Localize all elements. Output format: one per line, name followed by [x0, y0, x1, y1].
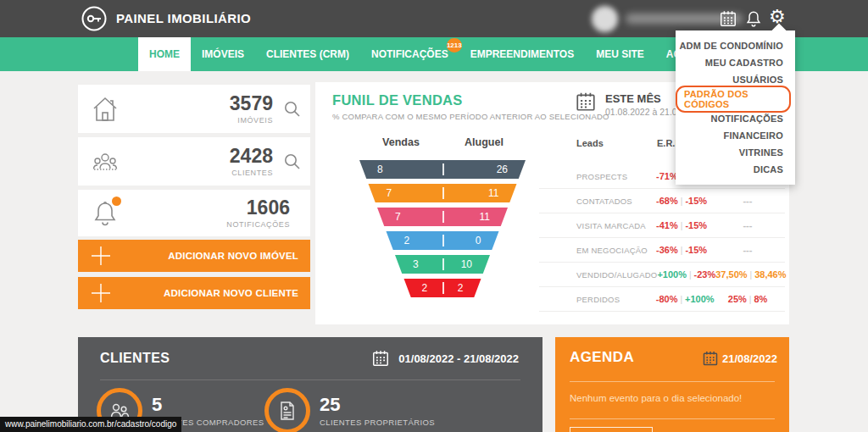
funnel-aluguel-value: 0: [476, 235, 526, 246]
nav-item-meu-site[interactable]: MEU SITE: [585, 37, 655, 71]
menu-item-notifica-es[interactable]: NOTIFICAÇÕES: [676, 110, 795, 127]
bell-icon[interactable]: [744, 9, 763, 28]
menu-item-label: VITRINES: [739, 147, 783, 158]
summary-card-clientes[interactable]: 2428CLIENTES: [78, 137, 310, 186]
funnel-aluguel-value: 26: [497, 163, 526, 175]
menu-item-meu-cadastro[interactable]: MEU CADASTRO: [676, 54, 795, 71]
stat-separator: |: [677, 295, 685, 304]
menu-item-label: MEU CADASTRO: [705, 58, 783, 68]
divider: [100, 379, 520, 380]
clients-panel-title: CLIENTES: [100, 351, 170, 366]
stat-erp-value: +100%: [685, 294, 710, 304]
nav-item-label: IMÓVEIS: [202, 48, 244, 60]
menu-item-label: FINANCEIRO: [724, 130, 783, 141]
funnel-divider: [442, 235, 444, 246]
funnel-divider: [442, 163, 444, 175]
stat-erp-value: -15%: [685, 220, 709, 230]
stat-row-visita-marcada: VISITA MARCADA-41%|-15%---: [539, 213, 785, 238]
clients-date-range-picker[interactable]: 01/08/2022 - 21/08/2022: [371, 349, 519, 368]
stat-extra-1: 25%: [728, 294, 747, 304]
calendar-icon[interactable]: [575, 91, 597, 113]
button-adicionar-novo-im-vel[interactable]: ADICIONAR NOVO IMÓVEL: [78, 240, 310, 272]
funnel-col-aluguel: Aluguel: [442, 136, 526, 148]
menu-item-dicas[interactable]: DICAS: [676, 161, 795, 178]
funnel-row-0: 826: [359, 160, 526, 179]
stat-extra-values: 25%|8%: [710, 294, 785, 304]
stat-row-contatados: CONTATADOS-68%|-15%---: [539, 189, 785, 213]
search-icon[interactable]: [283, 152, 302, 171]
contract-icon: [264, 388, 310, 432]
bell-icon: [90, 198, 120, 229]
period-date-range[interactable]: 01.08.2022 à 21.08.: [605, 107, 684, 117]
card-value-block: 3579IMÓVEIS: [230, 94, 273, 125]
house-icon: [90, 94, 120, 125]
stat-leads-value: +100%: [657, 269, 687, 280]
calendar-icon: [371, 349, 390, 368]
nav-item-label: NOTIFICAÇÕES: [371, 48, 448, 60]
stat-erp-value: -15%: [685, 196, 709, 206]
menu-item-financeiro[interactable]: FINANCEIRO: [676, 127, 795, 144]
stat-extra-1: 37,50%: [715, 269, 747, 280]
stat-label: VENDIDO/ALUGADO: [576, 270, 657, 280]
search-icon[interactable]: [283, 100, 302, 119]
nav-item-home[interactable]: HOME: [138, 37, 191, 71]
agenda-action-button[interactable]: [570, 427, 653, 432]
nav-item-clientes-crm[interactable]: CLIENTES (CRM): [255, 37, 360, 71]
plus-icon: [90, 245, 112, 267]
menu-item-label: USUÁRIOS: [732, 75, 783, 85]
plus-icon: [90, 282, 112, 304]
funnel-row-4: 310: [359, 255, 526, 274]
nav-item-empreendimentos[interactable]: EMPREENDIMENTOS: [459, 37, 585, 71]
stat-separator: |: [687, 270, 694, 280]
funnel-row-5: 22: [359, 279, 526, 297]
client-stat-value: 5: [152, 395, 264, 415]
funnel-vendas-value: 2: [359, 235, 409, 246]
stat-label: VISITA MARCADA: [576, 221, 656, 230]
user-avatar[interactable]: [592, 6, 618, 32]
menu-item-label-highlighted: PADRÃO DOS CÓDIGOS: [676, 86, 791, 113]
stat-separator: |: [678, 221, 686, 230]
divider: [570, 381, 775, 382]
funnel-column-headers: Vendas Aluguel: [359, 136, 526, 148]
stat-extra-2: 8%: [754, 294, 767, 304]
client-stat-text: 25CLIENTES PROPRIETÁRIOS: [320, 395, 435, 426]
agenda-date-picker[interactable]: 21/08/2022: [702, 350, 777, 367]
stat-row-perdidos: PERDIDOS-80%|+100%25%|8%: [539, 287, 785, 312]
agenda-title: AGENDA: [570, 349, 634, 366]
funnel-divider: [442, 258, 444, 270]
card-value-block: 1606NOTIFICAÇÕES: [226, 198, 290, 229]
link-status-bar: www.painelimobiliario.com.br/cadastro/co…: [0, 417, 181, 432]
menu-item-label: ADM DE CONDOMÍNIO: [679, 41, 783, 51]
menu-item-vitrines[interactable]: VITRINES: [676, 144, 795, 161]
stat-label: CONTATADOS: [576, 197, 656, 206]
nav-item-notifica-es[interactable]: NOTIFICAÇÕES1213: [360, 37, 459, 71]
period-title: ESTE MÊS: [605, 92, 661, 105]
stat-leads-value: -41%: [656, 220, 678, 230]
summary-card-im-veis[interactable]: 3579IMÓVEIS: [78, 85, 310, 133]
funnel-vendas-value: 2: [359, 282, 427, 294]
agenda-empty-message: Nenhum evento para o dia selecionado!: [570, 393, 742, 403]
stat-label: PERDIDOS: [576, 295, 656, 304]
stat-row-em-negocia-o: EM NEGOCIAÇÃO-36%|-15%---: [539, 238, 785, 263]
nav-item-im-veis[interactable]: IMÓVEIS: [191, 37, 255, 71]
funnel-col-vendas: Vendas: [359, 136, 442, 148]
settings-dropdown-menu: ADM DE CONDOMÍNIOMEU CADASTROUSUÁRIOSPAD…: [676, 30, 795, 185]
menu-item-padr-o-dos-c-digos[interactable]: PADRÃO DOS CÓDIGOS: [676, 88, 795, 110]
button-adicionar-novo-cliente[interactable]: ADICIONAR NOVO CLIENTE: [78, 277, 310, 309]
client-stat-value: 25: [320, 395, 435, 415]
key-logo-icon[interactable]: [81, 6, 107, 31]
stat-row-vendido-alugado: VENDIDO/ALUGADO+100%|-23%37,50%|38,46%: [539, 263, 785, 287]
stat-label: PROSPECTS: [576, 172, 656, 181]
people-icon: [90, 147, 120, 177]
card-value: 3579: [230, 94, 273, 114]
card-value: 1606: [226, 198, 290, 218]
summary-card-notifica-es[interactable]: 1606NOTIFICAÇÕES: [78, 190, 310, 236]
stat-extra-values: ---: [710, 220, 785, 230]
calendar-icon[interactable]: [719, 9, 737, 28]
menu-item-adm-de-condom-nio[interactable]: ADM DE CONDOMÍNIO: [676, 37, 795, 54]
funnel-vendas-value: 7: [359, 187, 392, 199]
funnel-aluguel-value: 11: [488, 187, 526, 199]
stat-separator: |: [678, 197, 686, 206]
nav-item-label: CLIENTES (CRM): [266, 48, 349, 60]
funnel-chart: 8267117112031022: [359, 160, 526, 302]
